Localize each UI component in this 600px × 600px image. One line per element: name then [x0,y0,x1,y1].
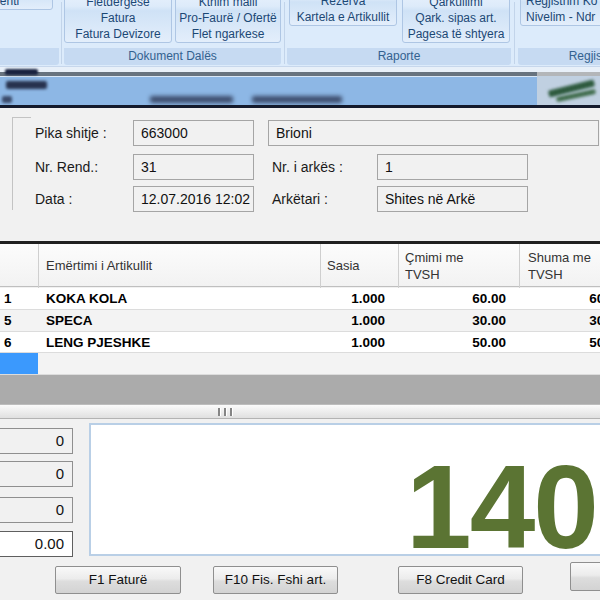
ribbon-stack-kthim: Kthim malli Pro-Faurë / Ofertë Flet ngar… [175,0,281,43]
item-qty: 1.000 [320,332,385,353]
ribbon-button-rezerva[interactable]: Rezerva [290,0,396,9]
pika-shitje-label: Pika shitje : [35,120,107,146]
ribbon-button-kthim-malli[interactable]: Kthim malli [176,0,280,10]
arketari-field[interactable]: Shites në Arkë [377,186,528,212]
row-selection-indicator [0,353,38,374]
redacted-text [2,96,12,103]
item-name: LENG PJESHKE [46,332,150,353]
nr-arkes-label: Nr. i arkës : [272,154,343,180]
total-field-1[interactable]: 0 [0,428,73,454]
item-total: 60.00 [519,288,600,309]
splitter-grip [230,408,233,416]
row-number: 5 [4,310,12,331]
col-header-shuma-line1[interactable]: Shuma me [528,250,591,266]
totals-panel: 0 0 0 0.00 140.00 ✔ ✔ F1 Faturë F10 Fis.… [0,419,600,600]
splitter-bar[interactable] [0,404,600,419]
ribbon-button-qark-sipas-art[interactable]: Qark. sipas art. [403,10,509,26]
ribbon-stack-rezerva: Rezerva Kartela e Artikullit [289,0,397,26]
item-name: SPECA [46,310,93,331]
ribbon-group-caption-regjistr: Regjistr [518,48,600,65]
redacted-text [6,81,47,89]
grand-total-value: 140.00 [406,448,600,566]
item-price: 30.00 [398,310,506,331]
ribbon-group-divider [284,2,285,64]
ribbon-group-divider [514,2,515,64]
nr-rend-label: Nr. Rend.: [35,154,98,180]
item-price: 60.00 [398,288,506,309]
redacted-text [5,69,38,75]
item-total: 30.00 [519,310,600,331]
ribbon-button-pagesa-shtyera[interactable]: Pagesa të shtyera [403,26,509,42]
ribbon-button-klienti[interactable]: ga klienti [0,0,53,10]
ribbon-button-nivelim[interactable]: Nivelim - Ndr [521,9,600,25]
item-qty: 1.000 [320,310,385,331]
ribbon-group-caption [0,48,59,65]
redacted-text [252,96,342,103]
total-field-2[interactable]: 0 [0,461,73,487]
ribbon-group-caption-dokument-dales: Dokument Dalës [64,48,281,65]
table-row[interactable]: 5 SPECA 1.000 30.00 30.00 [0,310,600,332]
item-name: KOKA KOLA [46,288,127,309]
ribbon-group-caption-raporte: Raporte [287,48,511,65]
partial-right-button[interactable] [570,562,600,591]
ribbon: ga klienti Fletdërgesë Fatura Fatura Dev… [0,0,600,67]
ribbon-group-divider [61,2,62,64]
table-row-empty[interactable] [0,353,600,375]
item-qty: 1.000 [320,288,385,309]
grand-total-display: 140.00 [89,423,600,556]
data-field[interactable]: 12.07.2016 12:02 [133,186,254,212]
groupbox-border [12,117,31,210]
splitter-grip [218,408,221,416]
ribbon-button-qarkullimi[interactable]: Qarkullimi [403,0,509,10]
ribbon-stack-qarkullimi: Qarkullimi Qark. sipas art. Pagesa të sh… [402,0,510,43]
row-number: 6 [4,332,12,353]
nr-rend-field[interactable]: 31 [133,154,254,180]
f8-credit-card-button[interactable]: F8 Credit Card [398,566,523,594]
col-header-emertimi[interactable]: Emërtimi i Artikullit [46,258,152,274]
redacted-text [150,96,233,103]
arketari-label: Arkëtari : [272,186,328,212]
pika-shitje-code-field[interactable]: 663000 [133,120,254,146]
item-total: 50.00 [519,332,600,353]
f1-fature-button[interactable]: F1 Faturë [55,566,181,594]
nr-arkes-field[interactable]: 1 [377,154,528,180]
f10-fshi-art-button[interactable]: F10 Fis. Fshi art. [213,566,338,594]
pika-shitje-name-field[interactable]: Brioni [268,120,599,146]
ribbon-button-flet-ngarkese[interactable]: Flet ngarkese [176,26,280,42]
grid-empty-area [0,375,600,404]
ribbon-button-label[interactable]: ga klienti [0,0,52,9]
total-field-3[interactable]: 0 [0,497,73,523]
table-row[interactable]: 1 KOKA KOLA 1.000 60.00 60.00 [0,288,600,310]
payment-amount-field[interactable]: 0.00 [0,531,73,557]
ribbon-button-regjistrim[interactable]: Regjistrim Ko [521,0,600,9]
col-header-cmimi-line1[interactable]: Çmimi me [405,250,464,266]
ribbon-stack-fatura: Fletdërgesë Fatura Fatura Devizore [64,0,172,43]
ribbon-stack-regjistrim: Regjistrim Ko Nivelim - Ndr [520,0,600,26]
ribbon-button-fatura-devizore[interactable]: Fatura Devizore [65,26,171,42]
col-header-shuma-line2[interactable]: TVSH [528,267,563,283]
col-header-cmimi-line2[interactable]: TVSH [405,267,440,283]
pos-window: ga klienti Fletdërgesë Fatura Fatura Dev… [0,0,600,600]
ribbon-button-pro-faure[interactable]: Pro-Faurë / Ofertë [176,10,280,26]
splitter-grip [224,408,227,416]
col-header-sasia[interactable]: Sasia [327,258,360,274]
ribbon-button-fatura[interactable]: Fatura [65,10,171,26]
grid-header: Emërtimi i Artikullit Sasia Çmimi me TVS… [0,244,600,287]
ribbon-button-kartela-artikullit[interactable]: Kartela e Artikullit [290,9,396,25]
item-price: 50.00 [398,332,506,353]
data-label: Data : [35,186,72,212]
row-number: 1 [4,288,12,309]
ribbon-button-fletdergese[interactable]: Fletdërgesë [65,0,171,10]
document-header-form: Pika shitje : 663000 Brioni Nr. Rend.: 3… [0,108,600,241]
table-row[interactable]: 6 LENG PJESHKE 1.000 50.00 50.00 [0,332,600,353]
